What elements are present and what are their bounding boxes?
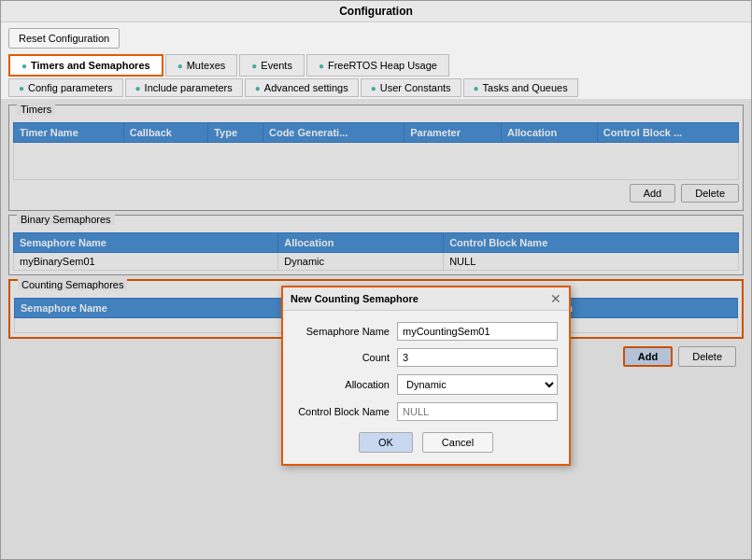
allocation-row: Allocation Dynamic Static bbox=[294, 374, 558, 395]
modal-buttons: OK Cancel bbox=[294, 432, 558, 453]
modal-body: Semaphore Name Count Allocation Dynamic … bbox=[283, 311, 569, 464]
title-bar: Configuration bbox=[1, 1, 751, 22]
tab-dot-events: ● bbox=[251, 61, 257, 71]
count-row: Count bbox=[294, 348, 558, 367]
semaphore-name-label: Semaphore Name bbox=[294, 326, 397, 337]
tab-user-constants[interactable]: ● User Constants bbox=[361, 78, 461, 97]
modal-cancel-button[interactable]: Cancel bbox=[422, 432, 493, 453]
tabs-row1: ● Timers and Semaphores ● Mutexes ● Even… bbox=[1, 54, 751, 77]
tab-tasks-label: Tasks and Queues bbox=[483, 82, 568, 93]
tab-config-parameters[interactable]: ● Config parameters bbox=[8, 78, 123, 97]
tab-user-label: User Constants bbox=[380, 82, 451, 93]
tab-timers-and-semaphores[interactable]: ● Timers and Semaphores bbox=[8, 54, 163, 77]
tab-timers-label: Timers and Semaphores bbox=[31, 60, 150, 71]
reset-configuration-button[interactable]: Reset Configuration bbox=[8, 28, 120, 49]
control-block-input[interactable] bbox=[397, 402, 558, 421]
control-block-label: Control Block Name bbox=[294, 406, 397, 417]
dot-include: ● bbox=[135, 83, 141, 93]
semaphore-name-row: Semaphore Name bbox=[294, 322, 558, 341]
control-block-row: Control Block Name bbox=[294, 402, 558, 421]
tab-dot-freertos: ● bbox=[319, 61, 324, 71]
window-title: Configuration bbox=[339, 5, 413, 18]
tab-events[interactable]: ● Events bbox=[239, 54, 305, 77]
modal-title: New Counting Semaphore bbox=[291, 293, 419, 304]
new-counting-semaphore-dialog: New Counting Semaphore ✕ Semaphore Name … bbox=[281, 286, 571, 466]
dot-tasks: ● bbox=[474, 83, 479, 93]
tab-mutexes[interactable]: ● Mutexes bbox=[165, 54, 238, 77]
allocation-select[interactable]: Dynamic Static bbox=[397, 374, 558, 395]
dot-advanced: ● bbox=[255, 83, 261, 93]
count-input[interactable] bbox=[397, 348, 558, 367]
tab-advanced-settings[interactable]: ● Advanced settings bbox=[245, 78, 359, 97]
tab-freertos-label: FreeRTOS Heap Usage bbox=[328, 60, 437, 71]
toolbar: Reset Configuration bbox=[1, 22, 751, 54]
tab-events-label: Events bbox=[261, 60, 292, 71]
dot-user: ● bbox=[371, 83, 376, 93]
modal-overlay: New Counting Semaphore ✕ Semaphore Name … bbox=[1, 99, 751, 559]
tabs-row2: ● Config parameters ● Include parameters… bbox=[1, 77, 751, 99]
tab-dot-timers: ● bbox=[21, 61, 27, 71]
tab-tasks-and-queues[interactable]: ● Tasks and Queues bbox=[463, 78, 578, 97]
modal-ok-button[interactable]: OK bbox=[359, 432, 413, 453]
count-label: Count bbox=[294, 352, 397, 363]
tab-freertos-heap[interactable]: ● FreeRTOS Heap Usage bbox=[306, 54, 449, 77]
tab-include-parameters[interactable]: ● Include parameters bbox=[125, 78, 243, 97]
tab-config-label: Config parameters bbox=[28, 82, 113, 93]
main-content: Timers Timer Name Callback Type Code Gen… bbox=[1, 99, 751, 559]
semaphore-name-input[interactable] bbox=[397, 322, 558, 341]
tab-include-label: Include parameters bbox=[145, 82, 233, 93]
dot-config: ● bbox=[19, 83, 24, 93]
tab-advanced-label: Advanced settings bbox=[264, 82, 348, 93]
modal-titlebar: New Counting Semaphore ✕ bbox=[283, 287, 569, 311]
tab-mutexes-label: Mutexes bbox=[187, 60, 226, 71]
allocation-label: Allocation bbox=[294, 379, 397, 390]
main-window: Configuration Reset Configuration ● Time… bbox=[0, 0, 752, 560]
modal-close-button[interactable]: ✕ bbox=[550, 291, 561, 306]
tab-dot-mutexes: ● bbox=[177, 61, 183, 71]
